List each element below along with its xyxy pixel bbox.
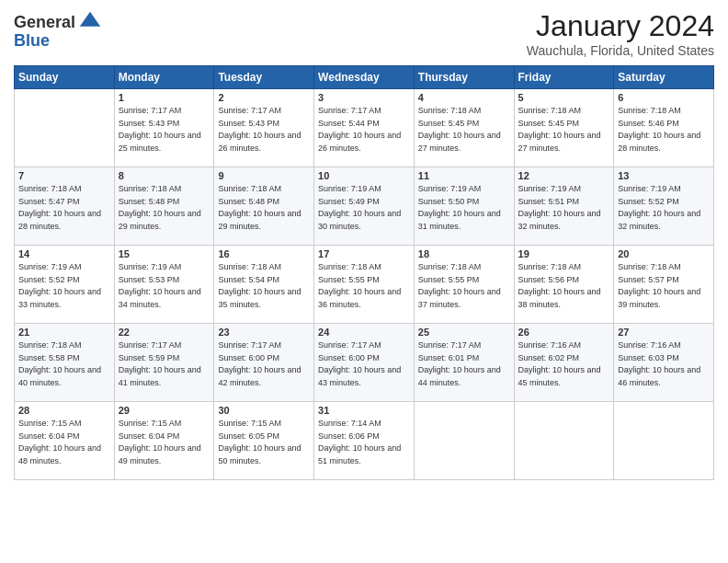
daylight: Daylight: 10 hours and 33 minutes.: [18, 287, 101, 309]
daylight: Daylight: 10 hours and 26 minutes.: [218, 131, 301, 153]
svg-marker-0: [80, 12, 100, 27]
sunrise: Sunrise: 7:19 AM: [119, 262, 182, 271]
daylight: Daylight: 10 hours and 44 minutes.: [418, 365, 501, 387]
sunset: Sunset: 5:52 PM: [18, 275, 80, 284]
day-info: Sunrise: 7:17 AM Sunset: 6:00 PM Dayligh…: [218, 339, 310, 389]
calendar-header-row: SundayMondayTuesdayWednesdayThursdayFrid…: [15, 66, 714, 89]
daylight: Daylight: 10 hours and 40 minutes.: [18, 365, 101, 387]
sunset: Sunset: 5:52 PM: [618, 197, 679, 206]
daylight: Daylight: 10 hours and 42 minutes.: [218, 365, 301, 387]
sunset: Sunset: 5:50 PM: [418, 197, 480, 206]
calendar-week-row: 28 Sunrise: 7:15 AM Sunset: 6:04 PM Dayl…: [15, 402, 714, 480]
day-info: Sunrise: 7:18 AM Sunset: 5:58 PM Dayligh…: [18, 339, 110, 389]
sunset: Sunset: 6:00 PM: [218, 353, 279, 362]
sunrise: Sunrise: 7:15 AM: [218, 419, 281, 428]
daylight: Daylight: 10 hours and 29 minutes.: [119, 209, 201, 231]
calendar-cell: [514, 402, 614, 480]
daylight: Daylight: 10 hours and 39 minutes.: [618, 287, 700, 309]
daylight: Daylight: 10 hours and 41 minutes.: [119, 365, 201, 387]
sunrise: Sunrise: 7:17 AM: [318, 340, 381, 350]
calendar-cell: 10 Sunrise: 7:19 AM Sunset: 5:49 PM Dayl…: [314, 167, 415, 246]
calendar-cell: 12 Sunrise: 7:19 AM Sunset: 5:51 PM Dayl…: [514, 167, 614, 246]
sunset: Sunset: 5:48 PM: [119, 197, 180, 206]
day-number: 18: [418, 248, 510, 259]
daylight: Daylight: 10 hours and 28 minutes.: [618, 131, 700, 153]
day-number: 29: [119, 405, 210, 416]
calendar-cell: 18 Sunrise: 7:18 AM Sunset: 5:55 PM Dayl…: [414, 246, 514, 324]
calendar-cell: [614, 402, 714, 480]
calendar-body: 1 Sunrise: 7:17 AM Sunset: 5:43 PM Dayli…: [15, 89, 714, 480]
day-info: Sunrise: 7:19 AM Sunset: 5:52 PM Dayligh…: [18, 261, 110, 311]
day-info: Sunrise: 7:17 AM Sunset: 5:43 PM Dayligh…: [218, 105, 310, 155]
calendar-table: SundayMondayTuesdayWednesdayThursdayFrid…: [14, 65, 714, 480]
calendar-cell: 8 Sunrise: 7:18 AM Sunset: 5:48 PM Dayli…: [114, 167, 214, 246]
calendar-cell: 31 Sunrise: 7:14 AM Sunset: 6:06 PM Dayl…: [314, 402, 415, 480]
daylight: Daylight: 10 hours and 26 minutes.: [318, 131, 401, 153]
daylight: Daylight: 10 hours and 51 minutes.: [318, 443, 401, 465]
day-number: 7: [18, 170, 110, 181]
sunrise: Sunrise: 7:18 AM: [218, 262, 281, 271]
header: General Blue January 2024 Wauchula, Flor…: [14, 9, 714, 58]
calendar-cell: 9 Sunrise: 7:18 AM Sunset: 5:48 PM Dayli…: [214, 167, 314, 246]
daylight: Daylight: 10 hours and 25 minutes.: [119, 131, 201, 153]
calendar-cell: [414, 402, 514, 480]
day-info: Sunrise: 7:17 AM Sunset: 5:43 PM Dayligh…: [119, 105, 210, 155]
sunrise: Sunrise: 7:18 AM: [318, 262, 381, 271]
day-number: 3: [318, 92, 410, 103]
sunrise: Sunrise: 7:18 AM: [18, 184, 82, 193]
sunset: Sunset: 5:46 PM: [618, 119, 679, 128]
daylight: Daylight: 10 hours and 50 minutes.: [218, 443, 301, 465]
location: Wauchula, Florida, United States: [527, 43, 714, 58]
sunset: Sunset: 5:59 PM: [119, 353, 180, 362]
sunset: Sunset: 6:05 PM: [218, 431, 279, 441]
day-number: 16: [218, 248, 310, 259]
sunrise: Sunrise: 7:17 AM: [119, 106, 182, 115]
day-info: Sunrise: 7:15 AM Sunset: 6:04 PM Dayligh…: [18, 418, 110, 467]
sunrise: Sunrise: 7:19 AM: [518, 184, 582, 193]
sunrise: Sunrise: 7:17 AM: [218, 106, 281, 115]
day-info: Sunrise: 7:17 AM Sunset: 6:01 PM Dayligh…: [418, 339, 510, 389]
sunrise: Sunrise: 7:19 AM: [618, 184, 681, 193]
day-number: 8: [119, 170, 210, 181]
title-block: January 2024 Wauchula, Florida, United S…: [527, 9, 714, 58]
daylight: Daylight: 10 hours and 48 minutes.: [18, 443, 101, 465]
calendar-cell: 20 Sunrise: 7:18 AM Sunset: 5:57 PM Dayl…: [614, 246, 714, 324]
sunset: Sunset: 5:51 PM: [518, 197, 580, 206]
sunrise: Sunrise: 7:18 AM: [218, 184, 281, 193]
sunset: Sunset: 5:56 PM: [518, 275, 580, 284]
sunset: Sunset: 5:49 PM: [318, 197, 380, 206]
day-number: 11: [418, 170, 510, 181]
logo: General Blue: [14, 9, 103, 51]
day-number: 13: [618, 170, 710, 181]
calendar-cell: 26 Sunrise: 7:16 AM Sunset: 6:02 PM Dayl…: [514, 324, 614, 402]
day-number: 10: [318, 170, 410, 181]
sunrise: Sunrise: 7:18 AM: [518, 262, 582, 271]
daylight: Daylight: 10 hours and 32 minutes.: [518, 209, 601, 231]
calendar-cell: 14 Sunrise: 7:19 AM Sunset: 5:52 PM Dayl…: [15, 246, 115, 324]
calendar-cell: 22 Sunrise: 7:17 AM Sunset: 5:59 PM Dayl…: [114, 324, 214, 402]
day-number: 28: [18, 405, 110, 416]
day-info: Sunrise: 7:18 AM Sunset: 5:55 PM Dayligh…: [318, 261, 410, 311]
day-number: 14: [18, 248, 110, 259]
sunset: Sunset: 6:00 PM: [318, 353, 380, 362]
sunset: Sunset: 6:03 PM: [618, 353, 679, 362]
day-number: 9: [218, 170, 310, 181]
daylight: Daylight: 10 hours and 34 minutes.: [119, 287, 201, 309]
day-info: Sunrise: 7:19 AM Sunset: 5:50 PM Dayligh…: [418, 183, 510, 233]
calendar-cell: 11 Sunrise: 7:19 AM Sunset: 5:50 PM Dayl…: [414, 167, 514, 246]
day-info: Sunrise: 7:18 AM Sunset: 5:54 PM Dayligh…: [218, 261, 310, 311]
day-number: 19: [518, 248, 610, 259]
day-number: 23: [218, 327, 310, 338]
weekday-header: Wednesday: [314, 66, 415, 89]
calendar-cell: 30 Sunrise: 7:15 AM Sunset: 6:05 PM Dayl…: [214, 402, 314, 480]
calendar-cell: 28 Sunrise: 7:15 AM Sunset: 6:04 PM Dayl…: [15, 402, 115, 480]
calendar-cell: 25 Sunrise: 7:17 AM Sunset: 6:01 PM Dayl…: [414, 324, 514, 402]
day-number: 5: [518, 92, 610, 103]
day-info: Sunrise: 7:17 AM Sunset: 5:44 PM Dayligh…: [318, 105, 410, 155]
calendar-cell: 4 Sunrise: 7:18 AM Sunset: 5:45 PM Dayli…: [414, 89, 514, 167]
sunrise: Sunrise: 7:17 AM: [318, 106, 381, 115]
day-info: Sunrise: 7:19 AM Sunset: 5:51 PM Dayligh…: [518, 183, 610, 233]
sunrise: Sunrise: 7:16 AM: [518, 340, 582, 350]
sunrise: Sunrise: 7:15 AM: [119, 419, 182, 428]
day-info: Sunrise: 7:16 AM Sunset: 6:03 PM Dayligh…: [618, 339, 710, 389]
